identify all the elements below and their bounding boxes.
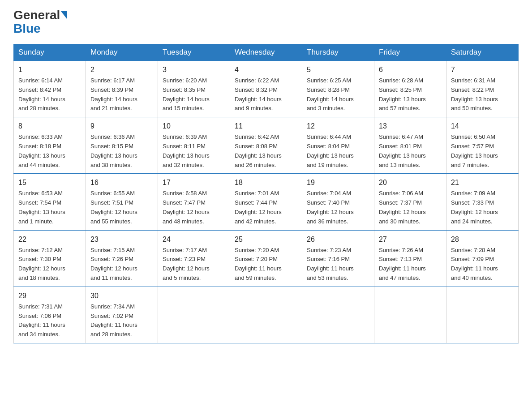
day-number: 27 [379,234,442,245]
day-info: Sunrise: 7:26 AMSunset: 7:13 PMDaylight:… [379,247,426,281]
calendar-cell: 9 Sunrise: 6:36 AMSunset: 8:15 PMDayligh… [86,117,158,174]
day-number: 5 [307,64,369,75]
calendar-week-row: 1 Sunrise: 6:14 AMSunset: 8:42 PMDayligh… [14,61,519,117]
calendar-cell: 6 Sunrise: 6:28 AMSunset: 8:25 PMDayligh… [374,61,446,117]
day-number: 8 [18,121,81,132]
day-number: 23 [90,234,153,245]
calendar-cell: 27 Sunrise: 7:26 AMSunset: 7:13 PMDaylig… [374,230,446,287]
calendar-cell: 21 Sunrise: 7:09 AMSunset: 7:33 PMDaylig… [446,174,519,230]
calendar-cell: 8 Sunrise: 6:33 AMSunset: 8:18 PMDayligh… [14,117,86,174]
day-number: 25 [235,234,297,245]
calendar-week-row: 29 Sunrise: 7:31 AMSunset: 7:06 PMDaylig… [14,287,519,343]
day-info: Sunrise: 6:25 AMSunset: 8:28 PMDaylight:… [307,77,354,111]
day-info: Sunrise: 7:31 AMSunset: 7:06 PMDaylight:… [18,303,65,338]
day-number: 3 [163,64,225,75]
calendar-cell: 11 Sunrise: 6:42 AMSunset: 8:08 PMDaylig… [230,117,302,174]
day-number: 10 [163,121,225,132]
day-of-week-header: Sunday [14,44,86,61]
day-info: Sunrise: 6:39 AMSunset: 8:11 PMDaylight:… [163,133,210,168]
calendar-cell: 25 Sunrise: 7:20 AMSunset: 7:20 PMDaylig… [230,230,302,287]
day-info: Sunrise: 6:58 AMSunset: 7:47 PMDaylight:… [163,190,210,224]
day-info: Sunrise: 6:31 AMSunset: 8:22 PMDaylight:… [451,77,498,111]
calendar-cell: 2 Sunrise: 6:17 AMSunset: 8:39 PMDayligh… [86,61,158,117]
day-info: Sunrise: 7:06 AMSunset: 7:37 PMDaylight:… [379,190,426,224]
calendar-cell: 28 Sunrise: 7:28 AMSunset: 7:09 PMDaylig… [446,230,519,287]
day-info: Sunrise: 6:14 AMSunset: 8:42 PMDaylight:… [18,77,65,111]
day-info: Sunrise: 6:33 AMSunset: 8:18 PMDaylight:… [18,133,65,168]
day-info: Sunrise: 7:12 AMSunset: 7:30 PMDaylight:… [18,247,65,281]
calendar-cell: 12 Sunrise: 6:44 AMSunset: 8:04 PMDaylig… [302,117,374,174]
day-info: Sunrise: 7:23 AMSunset: 7:16 PMDaylight:… [307,247,354,281]
header: General Blue [13,9,519,36]
day-info: Sunrise: 6:53 AMSunset: 7:54 PMDaylight:… [18,190,65,224]
day-info: Sunrise: 6:50 AMSunset: 7:57 PMDaylight:… [451,133,498,168]
calendar-cell: 4 Sunrise: 6:22 AMSunset: 8:32 PMDayligh… [230,61,302,117]
day-number: 9 [90,121,153,132]
day-number: 29 [18,291,81,301]
logo-arrow-icon [61,11,67,19]
calendar-cell: 30 Sunrise: 7:34 AMSunset: 7:02 PMDaylig… [86,287,158,343]
calendar-cell [230,287,302,343]
day-number: 19 [307,177,369,188]
calendar-header-row: SundayMondayTuesdayWednesdayThursdayFrid… [14,44,519,61]
calendar-cell: 24 Sunrise: 7:17 AMSunset: 7:23 PMDaylig… [158,230,230,287]
day-of-week-header: Tuesday [158,44,230,61]
calendar-week-row: 8 Sunrise: 6:33 AMSunset: 8:18 PMDayligh… [14,117,519,174]
logo-general: General [13,9,60,21]
day-info: Sunrise: 6:47 AMSunset: 8:01 PMDaylight:… [379,133,426,168]
day-number: 18 [235,177,297,188]
day-number: 6 [379,64,442,75]
day-info: Sunrise: 6:20 AMSunset: 8:35 PMDaylight:… [163,77,210,111]
calendar-cell: 3 Sunrise: 6:20 AMSunset: 8:35 PMDayligh… [158,61,230,117]
day-info: Sunrise: 6:22 AMSunset: 8:32 PMDaylight:… [235,77,282,111]
calendar-cell [446,287,519,343]
calendar-cell: 29 Sunrise: 7:31 AMSunset: 7:06 PMDaylig… [14,287,86,343]
day-number: 22 [18,234,81,245]
day-number: 28 [451,234,514,245]
day-info: Sunrise: 6:55 AMSunset: 7:51 PMDaylight:… [90,190,137,224]
calendar-cell: 1 Sunrise: 6:14 AMSunset: 8:42 PMDayligh… [14,61,86,117]
day-of-week-header: Wednesday [230,44,302,61]
calendar-cell: 15 Sunrise: 6:53 AMSunset: 7:54 PMDaylig… [14,174,86,230]
day-info: Sunrise: 7:01 AMSunset: 7:44 PMDaylight:… [235,190,282,224]
day-number: 20 [379,177,442,188]
calendar-table: SundayMondayTuesdayWednesdayThursdayFrid… [13,44,519,343]
calendar-cell: 19 Sunrise: 7:04 AMSunset: 7:40 PMDaylig… [302,174,374,230]
day-info: Sunrise: 7:04 AMSunset: 7:40 PMDaylight:… [307,190,354,224]
calendar-week-row: 22 Sunrise: 7:12 AMSunset: 7:30 PMDaylig… [14,230,519,287]
day-of-week-header: Saturday [446,44,519,61]
calendar-cell: 14 Sunrise: 6:50 AMSunset: 7:57 PMDaylig… [446,117,519,174]
calendar-cell [158,287,230,343]
logo: General Blue [13,9,67,36]
day-number: 2 [90,64,153,75]
day-info: Sunrise: 6:17 AMSunset: 8:39 PMDaylight:… [90,77,137,111]
calendar-cell: 26 Sunrise: 7:23 AMSunset: 7:16 PMDaylig… [302,230,374,287]
calendar-cell [374,287,446,343]
day-number: 11 [235,121,297,132]
day-number: 15 [18,177,81,188]
calendar-cell: 20 Sunrise: 7:06 AMSunset: 7:37 PMDaylig… [374,174,446,230]
calendar-cell: 22 Sunrise: 7:12 AMSunset: 7:30 PMDaylig… [14,230,86,287]
day-number: 12 [307,121,369,132]
day-info: Sunrise: 6:42 AMSunset: 8:08 PMDaylight:… [235,133,282,168]
calendar-cell: 18 Sunrise: 7:01 AMSunset: 7:44 PMDaylig… [230,174,302,230]
calendar-cell: 23 Sunrise: 7:15 AMSunset: 7:26 PMDaylig… [86,230,158,287]
day-number: 30 [90,291,153,301]
day-info: Sunrise: 6:36 AMSunset: 8:15 PMDaylight:… [90,133,137,168]
day-info: Sunrise: 7:34 AMSunset: 7:02 PMDaylight:… [90,303,137,338]
day-of-week-header: Monday [86,44,158,61]
calendar-cell: 7 Sunrise: 6:31 AMSunset: 8:22 PMDayligh… [446,61,519,117]
day-info: Sunrise: 7:09 AMSunset: 7:33 PMDaylight:… [451,190,498,224]
day-number: 16 [90,177,153,188]
day-of-week-header: Thursday [302,44,374,61]
calendar-cell: 13 Sunrise: 6:47 AMSunset: 8:01 PMDaylig… [374,117,446,174]
day-number: 14 [451,121,514,132]
day-number: 4 [235,64,297,75]
calendar-cell: 16 Sunrise: 6:55 AMSunset: 7:51 PMDaylig… [86,174,158,230]
calendar-cell: 10 Sunrise: 6:39 AMSunset: 8:11 PMDaylig… [158,117,230,174]
day-number: 7 [451,64,514,75]
day-number: 26 [307,234,369,245]
logo-blue: Blue [13,21,41,36]
day-of-week-header: Friday [374,44,446,61]
calendar-cell: 17 Sunrise: 6:58 AMSunset: 7:47 PMDaylig… [158,174,230,230]
